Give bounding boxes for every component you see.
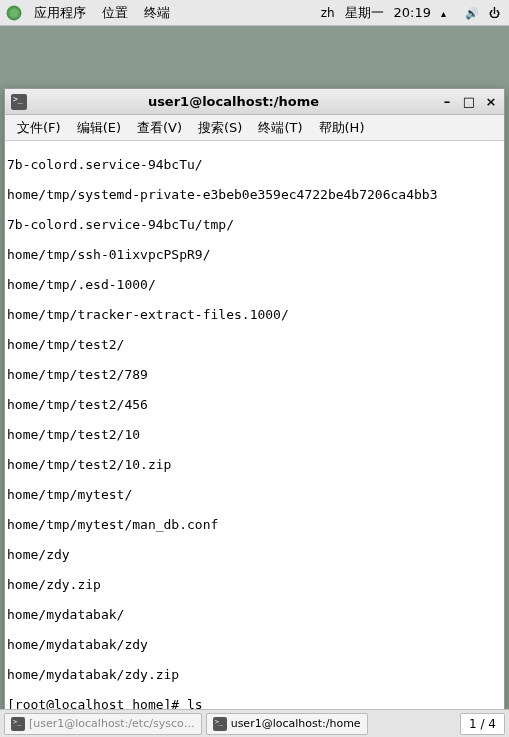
top-menu-applications[interactable]: 应用程序 — [26, 4, 94, 22]
taskbar-item-label: [user1@localhost:/etc/sysco… — [29, 717, 195, 730]
minimize-button[interactable]: – — [440, 95, 454, 109]
terminal-line: home/mydatabak/zdy — [7, 637, 502, 652]
terminal-app-icon — [213, 717, 227, 731]
terminal-line: home/tmp/systemd-private-e3beb0e359ec472… — [7, 187, 502, 202]
menu-help[interactable]: 帮助(H) — [311, 119, 373, 137]
terminal-line: home/tmp/test2/456 — [7, 397, 502, 412]
terminal-app-icon — [11, 717, 25, 731]
terminal-line: home/tmp/mytest/man_db.conf — [7, 517, 502, 532]
terminal-line: home/tmp/mytest/ — [7, 487, 502, 502]
terminal-line: home/tmp/test2/10.zip — [7, 457, 502, 472]
terminal-line: home/tmp/.esd-1000/ — [7, 277, 502, 292]
terminal-line: home/tmp/tracker-extract-files.1000/ — [7, 307, 502, 322]
top-menu-terminal[interactable]: 终端 — [136, 4, 178, 22]
maximize-button[interactable]: □ — [462, 95, 476, 109]
workspace-switcher[interactable]: 1 / 4 — [460, 713, 505, 735]
menu-file[interactable]: 文件(F) — [9, 119, 69, 137]
close-button[interactable]: × — [484, 95, 498, 109]
input-method-indicator[interactable]: zh — [321, 6, 335, 20]
clock[interactable]: 20:19 — [394, 5, 431, 20]
menu-edit[interactable]: 编辑(E) — [69, 119, 129, 137]
volume-icon[interactable] — [465, 6, 479, 20]
terminal-line: home/mydatabak/ — [7, 607, 502, 622]
terminal-window: user1@localhost:/home – □ × 文件(F) 编辑(E) … — [4, 88, 505, 737]
network-icon[interactable] — [441, 6, 455, 20]
menu-view[interactable]: 查看(V) — [129, 119, 190, 137]
menu-search[interactable]: 搜索(S) — [190, 119, 250, 137]
terminal-line: 7b-colord.service-94bcTu/tmp/ — [7, 217, 502, 232]
terminal-line: home/tmp/test2/ — [7, 337, 502, 352]
power-icon[interactable] — [489, 6, 503, 20]
taskbar-item[interactable]: [user1@localhost:/etc/sysco… — [4, 713, 202, 735]
taskbar-item-active[interactable]: user1@localhost:/home — [206, 713, 368, 735]
taskbar-item-label: user1@localhost:/home — [231, 717, 361, 730]
terminal-app-icon — [11, 94, 27, 110]
menu-terminal[interactable]: 终端(T) — [250, 119, 310, 137]
top-menu-places[interactable]: 位置 — [94, 4, 136, 22]
taskbar: [user1@localhost:/etc/sysco… user1@local… — [0, 709, 509, 737]
terminal-line: home/tmp/test2/10 — [7, 427, 502, 442]
desktop: user1@localhost:/home – □ × 文件(F) 编辑(E) … — [0, 26, 509, 709]
titlebar[interactable]: user1@localhost:/home – □ × — [5, 89, 504, 115]
terminal-line: home/mydatabak/zdy.zip — [7, 667, 502, 682]
terminal-line: home/tmp/test2/789 — [7, 367, 502, 382]
window-title: user1@localhost:/home — [27, 94, 440, 109]
menubar: 文件(F) 编辑(E) 查看(V) 搜索(S) 终端(T) 帮助(H) — [5, 115, 504, 141]
terminal-line: home/zdy.zip — [7, 577, 502, 592]
top-panel: 应用程序 位置 终端 zh 星期一 20:19 — [0, 0, 509, 26]
day-label: 星期一 — [345, 4, 384, 22]
terminal-line: 7b-colord.service-94bcTu/ — [7, 157, 502, 172]
distro-logo-icon — [6, 5, 22, 21]
terminal-output[interactable]: 7b-colord.service-94bcTu/ home/tmp/syste… — [5, 141, 504, 737]
terminal-line: home/tmp/ssh-01ixvpcPSpR9/ — [7, 247, 502, 262]
terminal-line: home/zdy — [7, 547, 502, 562]
